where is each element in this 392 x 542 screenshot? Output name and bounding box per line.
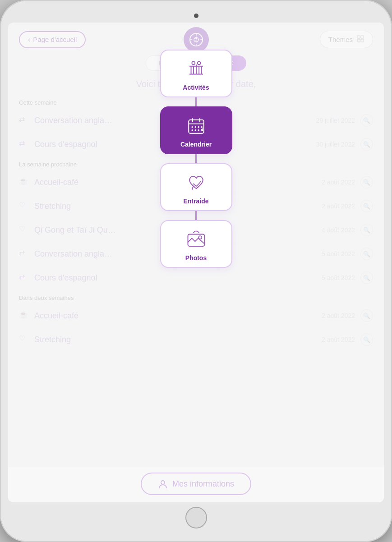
calendrier-icon xyxy=(186,116,206,136)
dropdown-entraide[interactable]: Entraide xyxy=(160,163,232,211)
calendrier-icon-wrap xyxy=(185,115,208,137)
photos-label: Photos xyxy=(185,254,207,262)
svg-point-30 xyxy=(191,129,193,131)
tablet-screen: ‹ Page d'accueil xyxy=(8,23,384,502)
dropdown-activites[interactable]: Activités xyxy=(160,50,232,97)
entraide-icon xyxy=(186,173,206,193)
svg-point-14 xyxy=(197,61,200,64)
dropdown-photos[interactable]: Photos xyxy=(160,220,232,268)
svg-point-28 xyxy=(198,126,199,128)
svg-point-31 xyxy=(194,129,196,131)
tablet: ‹ Page d'accueil xyxy=(0,0,392,542)
tablet-camera xyxy=(194,14,198,18)
calendrier-label: Calendrier xyxy=(180,141,212,148)
svg-point-27 xyxy=(194,126,196,128)
dropdown-calendrier[interactable]: Calendrier xyxy=(160,106,232,154)
connector-2 xyxy=(195,154,197,163)
svg-point-34 xyxy=(198,236,202,239)
svg-point-32 xyxy=(198,129,199,131)
photos-icon-wrap xyxy=(185,228,208,251)
connector-3 xyxy=(195,211,197,220)
home-button[interactable] xyxy=(185,507,207,528)
svg-point-26 xyxy=(191,126,193,128)
connector-1 xyxy=(195,97,197,106)
activites-icon xyxy=(186,59,206,79)
svg-point-29 xyxy=(201,126,203,128)
svg-point-13 xyxy=(192,61,195,64)
screen-inner: ‹ Page d'accueil xyxy=(8,23,384,502)
photos-icon xyxy=(186,230,206,249)
activites-label: Activités xyxy=(183,84,209,91)
activites-icon-wrap xyxy=(185,58,208,80)
entraide-label: Entraide xyxy=(183,198,208,205)
entraide-icon-wrap xyxy=(185,171,208,194)
dropdown-overlay: Activités xyxy=(160,50,232,268)
